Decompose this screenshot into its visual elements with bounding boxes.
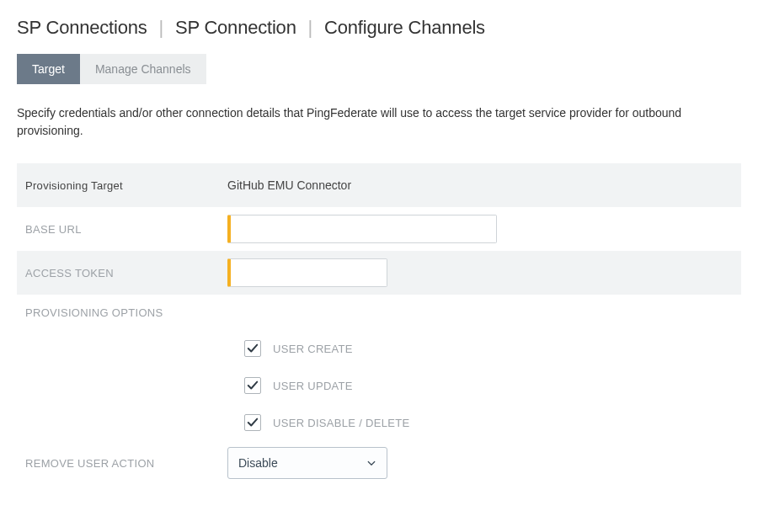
check-icon xyxy=(247,380,259,391)
check-icon xyxy=(247,417,259,428)
breadcrumb-item-configure-channels: Configure Channels xyxy=(324,17,485,38)
row-remove-user-action: REMOVE USER ACTION Disable xyxy=(17,441,741,485)
row-user-update: USER UPDATE xyxy=(17,367,741,404)
breadcrumb: SP Connections | SP Connection | Configu… xyxy=(17,17,741,39)
page-description: Specify credentials and/or other connect… xyxy=(17,104,741,140)
breadcrumb-item-sp-connections[interactable]: SP Connections xyxy=(17,17,147,38)
tab-target[interactable]: Target xyxy=(17,54,80,84)
label-user-disable-delete: USER DISABLE / DELETE xyxy=(273,417,409,429)
form-container: Provisioning Target GitHub EMU Connector… xyxy=(17,163,741,485)
label-user-update: USER UPDATE xyxy=(273,380,353,392)
chevron-down-icon xyxy=(366,458,376,468)
value-provisioning-target: GitHub EMU Connector xyxy=(227,178,733,192)
row-provisioning-options-header: PROVISIONING OPTIONS xyxy=(17,295,741,330)
breadcrumb-item-sp-connection[interactable]: SP Connection xyxy=(175,17,296,38)
checkbox-user-update[interactable] xyxy=(244,377,261,394)
breadcrumb-separator: | xyxy=(158,17,163,38)
remove-user-action-select[interactable]: Disable xyxy=(227,447,387,479)
row-user-create: USER CREATE xyxy=(17,330,741,367)
check-icon xyxy=(247,343,259,354)
row-provisioning-target: Provisioning Target GitHub EMU Connector xyxy=(17,163,741,207)
access-token-input[interactable] xyxy=(227,258,387,287)
checkbox-user-disable-delete[interactable] xyxy=(244,414,261,431)
label-access-token: ACCESS TOKEN xyxy=(25,267,227,279)
checkbox-user-create[interactable] xyxy=(244,340,261,357)
breadcrumb-separator: | xyxy=(308,17,313,38)
label-remove-user-action: REMOVE USER ACTION xyxy=(25,457,227,470)
label-provisioning-options: PROVISIONING OPTIONS xyxy=(25,306,227,319)
label-base-url: BASE URL xyxy=(25,223,227,236)
label-user-create: USER CREATE xyxy=(273,343,353,355)
row-access-token: ACCESS TOKEN xyxy=(17,251,741,295)
remove-user-action-value: Disable xyxy=(238,456,278,470)
base-url-input[interactable] xyxy=(227,215,497,243)
tabs-container: Target Manage Channels xyxy=(17,54,741,84)
row-base-url: BASE URL xyxy=(17,207,741,251)
tab-manage-channels[interactable]: Manage Channels xyxy=(80,54,206,84)
label-provisioning-target: Provisioning Target xyxy=(25,179,227,192)
row-user-disable-delete: USER DISABLE / DELETE xyxy=(17,404,741,441)
